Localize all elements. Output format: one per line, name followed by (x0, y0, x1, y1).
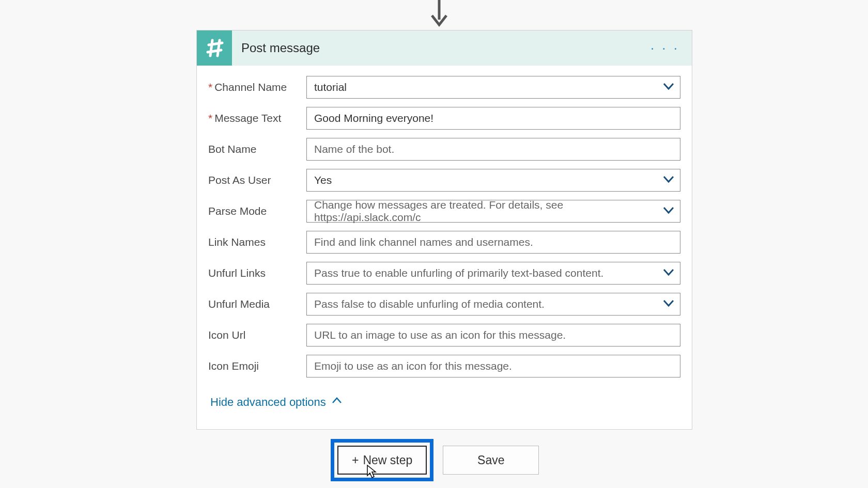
unfurl-links-dropdown[interactable]: Pass true to enable unfurling of primari… (306, 262, 680, 285)
channel-name-dropdown[interactable]: tutorial (306, 76, 680, 99)
icon-emoji-input[interactable] (306, 355, 680, 377)
slack-hash-icon (197, 30, 232, 66)
footer-buttons: + New step Save (331, 439, 539, 481)
icon-url-input[interactable] (306, 324, 680, 347)
label-icon-url: Icon Url (208, 329, 306, 341)
parse-mode-dropdown[interactable]: Change how messages are treated. For det… (306, 200, 680, 223)
bot-name-input[interactable] (306, 138, 680, 161)
label-parse-mode: Parse Mode (208, 205, 306, 217)
label-bot-name: Bot Name (208, 143, 306, 155)
row-link-names: Link Names (208, 231, 680, 254)
save-button[interactable]: Save (443, 446, 539, 475)
hide-advanced-options-link[interactable]: Hide advanced options (210, 395, 343, 410)
row-unfurl-links: Unfurl Links Pass true to enable unfurli… (208, 262, 680, 285)
label-post-as-user: Post As User (208, 174, 306, 186)
chevron-up-icon (331, 395, 343, 410)
row-message-text: *Message Text (208, 107, 680, 130)
plus-icon: + (352, 453, 359, 467)
link-names-input[interactable] (306, 231, 680, 254)
label-unfurl-links: Unfurl Links (208, 267, 306, 279)
card-header[interactable]: Post message · · · (197, 30, 692, 66)
post-as-user-dropdown[interactable]: Yes (306, 169, 680, 192)
row-parse-mode: Parse Mode Change how messages are treat… (208, 200, 680, 223)
post-message-card: Post message · · · *Channel Name tutoria… (196, 30, 692, 430)
message-text-input[interactable] (306, 107, 680, 130)
label-channel-name: *Channel Name (208, 81, 306, 93)
new-step-button[interactable]: + New step (337, 446, 427, 475)
label-message-text: *Message Text (208, 112, 306, 124)
svg-line-3 (210, 40, 212, 56)
row-icon-url: Icon Url (208, 324, 680, 347)
row-icon-emoji: Icon Emoji (208, 355, 680, 377)
more-options-icon[interactable]: · · · (650, 40, 679, 56)
row-bot-name: Bot Name (208, 138, 680, 161)
label-icon-emoji: Icon Emoji (208, 360, 306, 372)
flow-arrow-down-icon (429, 0, 450, 28)
row-channel-name: *Channel Name tutorial (208, 76, 680, 99)
label-link-names: Link Names (208, 236, 306, 248)
row-unfurl-media: Unfurl Media Pass false to disable unfur… (208, 293, 680, 316)
card-body: *Channel Name tutorial *Message Text Bot… (197, 66, 692, 429)
card-title: Post message (241, 41, 320, 55)
unfurl-media-dropdown[interactable]: Pass false to disable unfurling of media… (306, 293, 680, 316)
label-unfurl-media: Unfurl Media (208, 298, 306, 310)
highlight-box: + New step (331, 439, 433, 481)
row-post-as-user: Post As User Yes (208, 169, 680, 192)
